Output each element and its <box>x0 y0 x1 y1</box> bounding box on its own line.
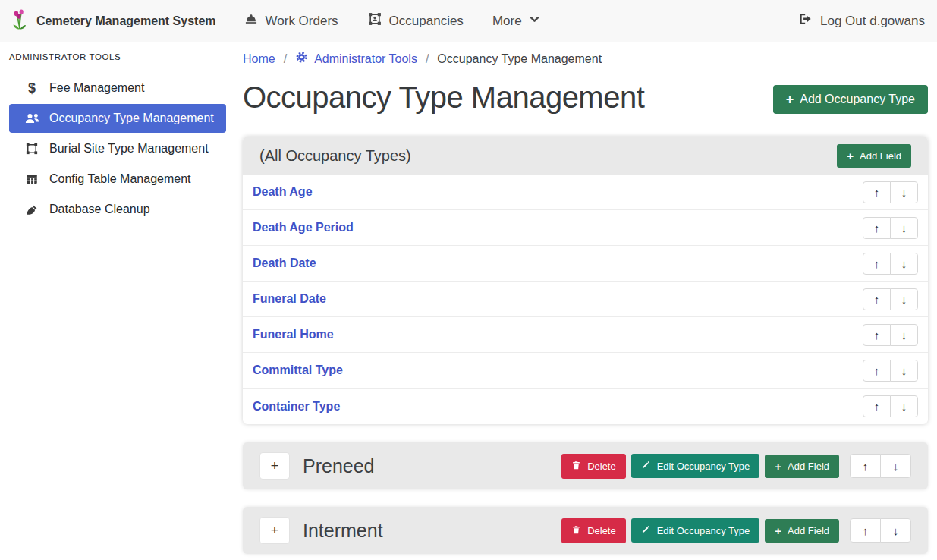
delete-occupancy-type-button[interactable]: Delete <box>561 518 626 543</box>
move-up-button[interactable]: ↑ <box>863 324 891 346</box>
reorder-buttons: ↑ ↓ <box>850 454 911 478</box>
sidebar-item-label: Database Cleanup <box>49 201 150 218</box>
field-row-container-type: Container Type ↑ ↓ <box>243 389 928 424</box>
field-link[interactable]: Container Type <box>253 400 340 414</box>
move-up-button[interactable]: ↑ <box>863 217 891 239</box>
field-link[interactable]: Death Age <box>253 185 313 199</box>
add-field-button-all-types[interactable]: + Add Field <box>837 144 911 168</box>
move-up-button[interactable]: ↑ <box>850 454 881 478</box>
move-up-button[interactable]: ↑ <box>863 395 891 417</box>
move-down-button[interactable]: ↓ <box>880 518 911 543</box>
section-preneed: + Preneed Delete Edit <box>243 442 928 489</box>
field-link[interactable]: Funeral Date <box>253 292 326 306</box>
pencil-icon <box>641 460 651 472</box>
add-field-label: Add Field <box>788 461 829 472</box>
chevron-down-icon <box>529 14 540 29</box>
nav-occupancies[interactable]: Occupancies <box>367 11 464 30</box>
sidebar-heading: ADMINISTRATOR TOOLS <box>0 46 235 72</box>
field-link[interactable]: Committal Type <box>253 363 343 377</box>
sidebar: ADMINISTRATOR TOOLS $ Fee Management Occ… <box>0 42 235 560</box>
breadcrumb-administrator-tools[interactable]: Administrator Tools <box>295 51 417 67</box>
all-occupancy-types-title: (All Occupancy Types) <box>259 147 411 165</box>
move-up-button[interactable]: ↑ <box>863 288 891 310</box>
top-navbar: Cemetery Management System Work Orders O <box>0 0 937 42</box>
move-down-button[interactable]: ↓ <box>890 253 918 275</box>
nav-work-orders[interactable]: Work Orders <box>244 11 338 30</box>
reorder-buttons: ↑ ↓ <box>863 217 918 239</box>
breadcrumb: Home / Administrator Tools / Occupancy T… <box>243 51 928 67</box>
pencil-icon <box>641 524 651 536</box>
section-title: Interment <box>303 520 383 542</box>
breadcrumb-home[interactable]: Home <box>243 52 275 66</box>
plus-icon: + <box>775 525 781 536</box>
reorder-buttons: ↑ ↓ <box>863 395 918 417</box>
plus-icon: + <box>847 150 854 162</box>
sidebar-item-config-table-management[interactable]: Config Table Management <box>9 165 226 193</box>
breadcrumb-current: Occupancy Type Management <box>437 52 602 66</box>
section-actions: Delete Edit Occupancy Type + Add Field ↑… <box>561 454 911 479</box>
move-up-button[interactable]: ↑ <box>850 518 881 543</box>
app-title: Cemetery Management System <box>36 14 216 28</box>
move-up-button[interactable]: ↑ <box>863 360 891 382</box>
delete-label: Delete <box>587 525 616 536</box>
hard-hat-icon <box>244 11 259 30</box>
field-link[interactable]: Death Date <box>253 256 316 270</box>
dollar-icon: $ <box>23 80 41 96</box>
sidebar-item-burial-site-type-management[interactable]: Burial Site Type Management <box>9 134 226 163</box>
occupancy-frame-icon <box>367 11 382 30</box>
field-row-death-date: Death Date ↑ ↓ <box>243 246 928 282</box>
nav-logout[interactable]: Log Out d.gowans <box>798 11 925 30</box>
move-down-button[interactable]: ↓ <box>890 181 918 203</box>
page-title: Occupancy Type Management <box>243 79 644 115</box>
edit-occupancy-type-label: Edit Occupancy Type <box>657 461 750 472</box>
nav-more[interactable]: More <box>492 14 540 29</box>
nav-logout-label: Log Out d.gowans <box>820 14 925 29</box>
reorder-buttons: ↑ ↓ <box>863 360 918 382</box>
field-link[interactable]: Funeral Home <box>253 328 334 341</box>
add-field-button[interactable]: + Add Field <box>765 519 839 543</box>
table-icon <box>23 172 41 186</box>
breadcrumb-separator: / <box>426 52 429 66</box>
users-icon <box>23 112 41 125</box>
main-content: Home / Administrator Tools / Occupancy T… <box>243 42 928 560</box>
field-row-death-age-period: Death Age Period ↑ ↓ <box>243 210 928 246</box>
expand-section-button[interactable]: + <box>259 517 290 544</box>
field-row-funeral-home: Funeral Home ↑ ↓ <box>243 317 928 353</box>
sidebar-item-label: Config Table Management <box>49 171 191 187</box>
move-down-button[interactable]: ↓ <box>880 454 911 478</box>
section-interment: + Interment Delete Edi <box>243 507 928 554</box>
delete-label: Delete <box>587 461 616 472</box>
move-up-button[interactable]: ↑ <box>863 253 891 275</box>
field-row-funeral-date: Funeral Date ↑ ↓ <box>243 282 928 317</box>
move-down-button[interactable]: ↓ <box>890 360 918 382</box>
sidebar-item-fee-management[interactable]: $ Fee Management <box>9 74 226 102</box>
sidebar-item-label: Burial Site Type Management <box>49 140 209 157</box>
edit-occupancy-type-button[interactable]: Edit Occupancy Type <box>631 518 760 543</box>
plus-icon: + <box>775 461 781 472</box>
move-down-button[interactable]: ↓ <box>890 395 918 417</box>
frame-icon <box>23 142 41 156</box>
add-field-button[interactable]: + Add Field <box>765 455 839 478</box>
nav-work-orders-label: Work Orders <box>266 14 338 29</box>
move-up-button[interactable]: ↑ <box>863 181 891 203</box>
sidebar-item-occupancy-type-management[interactable]: Occupancy Type Management <box>9 104 226 133</box>
reorder-buttons: ↑ ↓ <box>863 181 918 203</box>
expand-section-button[interactable]: + <box>259 452 290 480</box>
move-down-button[interactable]: ↓ <box>890 324 918 346</box>
app-brand[interactable]: Cemetery Management System <box>11 9 216 33</box>
add-occupancy-type-button[interactable]: + Add Occupancy Type <box>773 85 928 114</box>
edit-occupancy-type-button[interactable]: Edit Occupancy Type <box>631 454 760 478</box>
nav-occupancies-label: Occupancies <box>389 14 464 29</box>
breadcrumb-administrator-tools-label: Administrator Tools <box>314 52 417 66</box>
move-down-button[interactable]: ↓ <box>890 288 918 310</box>
trash-icon <box>571 524 581 537</box>
field-link[interactable]: Death Age Period <box>253 221 354 234</box>
move-down-button[interactable]: ↓ <box>890 217 918 239</box>
reorder-buttons: ↑ ↓ <box>863 253 918 275</box>
delete-occupancy-type-button[interactable]: Delete <box>561 454 626 479</box>
section-title: Preneed <box>303 455 375 477</box>
edit-occupancy-type-label: Edit Occupancy Type <box>657 525 750 536</box>
sidebar-item-label: Fee Management <box>49 80 144 96</box>
all-occupancy-types-header: (All Occupancy Types) + Add Field <box>243 137 928 175</box>
sidebar-item-database-cleanup[interactable]: Database Cleanup <box>9 195 226 224</box>
